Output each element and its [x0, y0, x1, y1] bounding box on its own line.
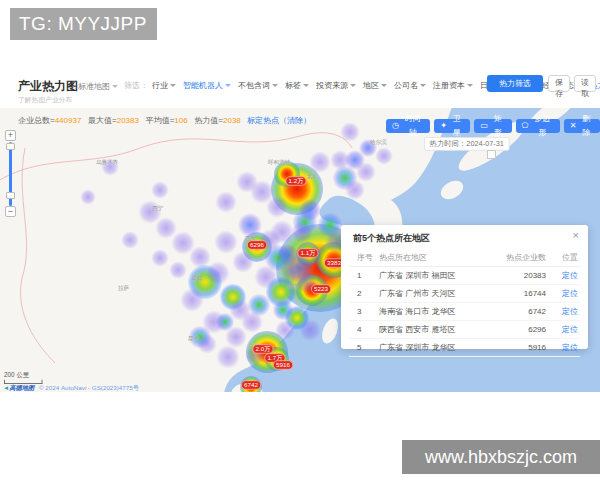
- zoom-knob-lower[interactable]: [6, 192, 15, 199]
- cell-no: 2: [349, 285, 377, 303]
- filter-不包含词[interactable]: 不包含词: [238, 81, 278, 90]
- zoom-knob[interactable]: [6, 143, 15, 150]
- rectangle-icon: ▭: [480, 119, 488, 133]
- heat-stats: 企业总数=440937 最大值=20383 平均值=106 热力值=2038 标…: [18, 115, 311, 126]
- col-no: 序号: [349, 249, 377, 267]
- locate-link[interactable]: 定位: [562, 289, 578, 298]
- save-button[interactable]: 保存: [548, 75, 570, 92]
- locate-link[interactable]: 定位: [562, 307, 578, 316]
- tool-时间轴[interactable]: ◷时间轴: [386, 119, 430, 133]
- filters-label: 筛选：: [124, 81, 148, 90]
- heat-filter-button[interactable]: 热力筛选: [487, 75, 543, 92]
- heat-blob: [293, 210, 317, 234]
- zoom-out-button[interactable]: −: [5, 206, 16, 217]
- heat-blob: [197, 334, 217, 354]
- filter-标签[interactable]: 标签: [285, 81, 309, 90]
- heat-blob: [277, 244, 299, 266]
- tool-多边形[interactable]: ⬠多边形: [516, 119, 560, 133]
- chevron-down-icon: [225, 84, 231, 87]
- delete-icon: ✕: [570, 119, 577, 133]
- polygon-icon: ⬠: [522, 119, 529, 133]
- heat-marker[interactable]: 5916: [273, 360, 293, 369]
- filter-行业[interactable]: 行业: [152, 81, 176, 90]
- heat-blob: [202, 310, 226, 334]
- filter-地区[interactable]: 地区: [363, 81, 387, 90]
- locate-link[interactable]: 定位: [562, 271, 578, 280]
- heat-blob: [340, 122, 360, 142]
- timeline-icon: ◷: [392, 119, 399, 133]
- chevron-down-icon: [272, 84, 278, 87]
- hotspot-table: 序号 热点所在地区 热点企业数 位置 1广东省 深圳市 福田区20383定位2广…: [349, 249, 580, 357]
- panel-title: 前5个热点所在地区: [353, 232, 430, 245]
- page: { "watermarks": { "top": "TG: MYYJJPP", …: [0, 0, 600, 480]
- map-canvas[interactable]: 哈尔滨乌鲁木齐呼和浩特北京西宁西安上海成都武汉拉萨昆明广州1.2万1.1万338…: [0, 108, 600, 392]
- map-type-dropdown[interactable]: 标准地图: [78, 81, 118, 92]
- heat-blob: [299, 319, 321, 341]
- heat-marker[interactable]: 1.2万: [285, 176, 306, 185]
- city-label: 西宁: [152, 204, 163, 212]
- close-icon[interactable]: ×: [573, 229, 579, 241]
- timeline-handle[interactable]: [487, 150, 496, 159]
- heat-blob: [216, 313, 234, 331]
- table-header-row: 序号 热点所在地区 热点企业数 位置: [349, 249, 580, 267]
- heat-blob: [333, 166, 357, 190]
- heat-blob: [151, 181, 169, 199]
- tool-卫星[interactable]: ✦卫星: [434, 119, 470, 133]
- heat-blob: [318, 213, 342, 237]
- filter-智能机器人[interactable]: 智能机器人: [183, 81, 231, 90]
- heat-blob: [250, 180, 274, 204]
- heat-blob: [285, 306, 309, 330]
- mark-hotspot-link[interactable]: 标定热点（清除）: [247, 116, 311, 125]
- city-label: 昆明: [188, 334, 199, 342]
- table-row: 1广东省 深圳市 福田区20383定位: [349, 267, 580, 285]
- heat-blob: [206, 261, 230, 285]
- heat-blob: [271, 163, 323, 215]
- table-row: 5广东省 深圳市 龙华区5916定位: [349, 339, 580, 357]
- cell-action: 定位: [556, 321, 580, 339]
- heat-blob: [241, 311, 263, 333]
- cell-no: 4: [349, 321, 377, 339]
- map-attribution: ◄高德地图 © 2024 AutoNavi - GS(2023)4775号: [3, 384, 139, 392]
- heat-marker[interactable]: 6742: [241, 380, 261, 389]
- tool-矩形[interactable]: ▭矩形: [474, 119, 511, 133]
- heat-blob: [80, 189, 96, 205]
- heat-blob: [188, 265, 222, 299]
- heat-blob: [214, 230, 238, 254]
- heat-blob: [151, 249, 169, 267]
- cell-region: 广东省 深圳市 福田区: [377, 267, 486, 285]
- city-label: 乌鲁木齐: [96, 158, 118, 166]
- locate-link[interactable]: 定位: [562, 343, 578, 352]
- col-region: 热点所在地区: [377, 249, 486, 267]
- heat-marker[interactable]: 2.0万: [252, 344, 273, 353]
- heat-blob: [180, 288, 204, 312]
- load-button[interactable]: 读取: [574, 75, 596, 92]
- heat-blob: [356, 162, 376, 182]
- filter-注册资本[interactable]: 注册资本: [433, 81, 473, 90]
- chevron-down-icon: [381, 84, 387, 87]
- map-toolbar: ◷时间轴✦卫星▭矩形⬠多边形✕删除: [386, 119, 600, 133]
- chevron-down-icon: [170, 84, 176, 87]
- scale-label: 200 公里: [4, 372, 29, 379]
- heat-marker[interactable]: 5223: [311, 284, 331, 293]
- heat-blob: [155, 217, 177, 239]
- heat-blob: [254, 265, 278, 289]
- cell-count: 5916: [486, 339, 556, 357]
- watermark-bottom: www.hbxbszjc.com: [402, 440, 600, 474]
- heat-blob: [215, 191, 237, 213]
- zoom-in-button[interactable]: +: [5, 130, 16, 141]
- filter-投资来源[interactable]: 投资来源: [316, 81, 356, 90]
- heat-blob: [232, 251, 254, 273]
- table-row: 4陕西省 西安市 雁塔区6296定位: [349, 321, 580, 339]
- city-label: 拉萨: [118, 284, 129, 292]
- heat-marker[interactable]: 6296: [247, 240, 267, 249]
- header: 产业热力图 标准地图 了解热图产业分布 筛选：行业智能机器人不包含词标签投资来源…: [0, 72, 600, 108]
- hotspot-tbody: 1广东省 深圳市 福田区20383定位2广东省 广州市 天河区16744定位3海…: [349, 267, 580, 357]
- heat-blob: [236, 171, 258, 193]
- locate-link[interactable]: 定位: [562, 325, 578, 334]
- cell-action: 定位: [556, 303, 580, 321]
- heat-marker[interactable]: 1.1万: [297, 248, 318, 257]
- tool-删除[interactable]: ✕删除: [564, 119, 600, 133]
- filter-公司名[interactable]: 公司名: [394, 81, 426, 90]
- heat-blob: [286, 254, 314, 282]
- chevron-down-icon: [350, 84, 356, 87]
